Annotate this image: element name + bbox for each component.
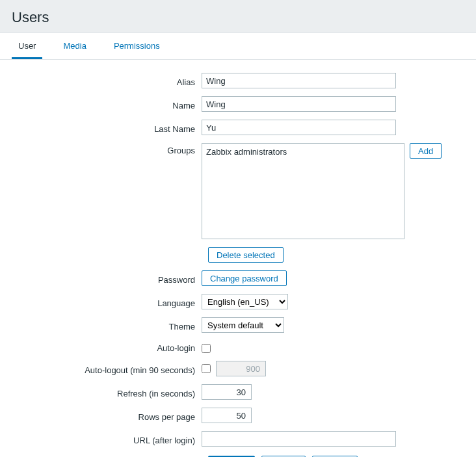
theme-select[interactable]: System default bbox=[202, 317, 284, 333]
tab-permissions[interactable]: Permissions bbox=[107, 33, 166, 59]
label-groups: Groups bbox=[12, 143, 202, 155]
lastname-input[interactable] bbox=[202, 120, 396, 135]
label-refresh: Refresh (in seconds) bbox=[12, 386, 202, 398]
label-password: Password bbox=[12, 272, 202, 285]
user-form: Alias Name Last Name Groups bbox=[0, 60, 476, 457]
refresh-input[interactable] bbox=[202, 384, 252, 400]
tab-user[interactable]: User bbox=[12, 33, 42, 59]
label-autologin: Auto-login bbox=[12, 341, 202, 353]
delete-selected-button[interactable]: Delete selected bbox=[208, 247, 284, 263]
add-group-button[interactable]: Add bbox=[410, 143, 442, 159]
label-autologout: Auto-logout (min 90 seconds) bbox=[12, 363, 202, 375]
label-lastname: Last Name bbox=[12, 122, 202, 134]
label-theme: Theme bbox=[12, 319, 202, 332]
groups-listbox[interactable]: Zabbix administrators bbox=[202, 143, 404, 239]
url-input[interactable] bbox=[202, 431, 396, 447]
label-url: URL (after login) bbox=[12, 433, 202, 445]
page-title: Users bbox=[0, 0, 476, 33]
language-select[interactable]: English (en_US) bbox=[202, 294, 288, 309]
list-item[interactable]: Zabbix administrators bbox=[206, 146, 400, 157]
autologout-checkbox[interactable] bbox=[202, 364, 211, 373]
change-password-button[interactable]: Change password bbox=[202, 270, 287, 286]
autologout-input bbox=[216, 361, 266, 376]
autologin-checkbox[interactable] bbox=[202, 344, 211, 353]
form-panel: User Media Permissions Alias Name Last N… bbox=[0, 33, 476, 457]
name-input[interactable] bbox=[202, 96, 396, 112]
rows-input[interactable] bbox=[202, 408, 252, 423]
label-alias: Alias bbox=[12, 75, 202, 87]
tabs: User Media Permissions bbox=[0, 33, 476, 60]
alias-input[interactable] bbox=[202, 73, 396, 88]
label-language: Language bbox=[12, 296, 202, 308]
label-rows: Rows per page bbox=[12, 410, 202, 422]
label-name: Name bbox=[12, 98, 202, 111]
tab-media[interactable]: Media bbox=[57, 33, 92, 59]
